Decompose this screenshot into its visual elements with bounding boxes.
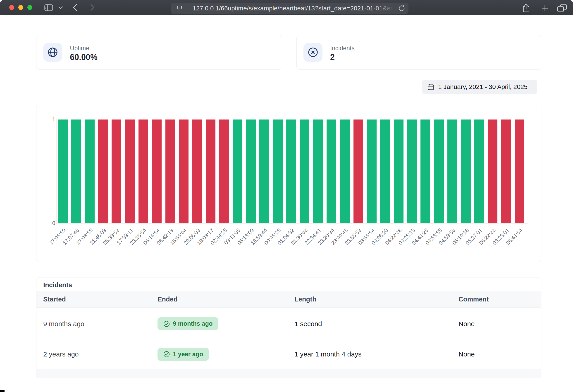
x-circle-icon	[307, 47, 318, 58]
status-bar-down[interactable]	[125, 120, 135, 223]
share-icon[interactable]	[522, 3, 530, 13]
status-bar-up[interactable]	[273, 120, 283, 223]
status-bar-down[interactable]	[219, 120, 229, 223]
address-bar[interactable]: 127.0.0.1/66uptime/s/example/heartbeat/1…	[171, 3, 409, 14]
globe-icon	[47, 47, 58, 58]
status-bar-up[interactable]	[340, 120, 350, 223]
status-bar-down[interactable]	[165, 120, 175, 223]
incidents-stat-card: Incidents 2	[296, 35, 541, 70]
uptime-label: Uptime	[70, 45, 90, 52]
status-bar-down[interactable]	[206, 120, 215, 223]
sidebar-toggle-icon[interactable]	[44, 4, 53, 11]
table-header-row: Started Ended Length Comment	[36, 291, 541, 308]
y-axis-tick-0: 0	[44, 220, 55, 226]
status-bar-up[interactable]	[461, 120, 471, 223]
status-bar-down[interactable]	[192, 120, 202, 223]
x-axis-line	[56, 223, 528, 224]
cell-ended: 1 year ago	[158, 348, 294, 361]
status-bar-down[interactable]	[515, 120, 524, 223]
column-header-length: Length	[294, 296, 459, 303]
ended-badge-text: 9 months ago	[173, 320, 213, 327]
ended-badge-text: 1 year ago	[173, 351, 203, 358]
incidents-table-card: Incidents Started Ended Length Comment 9…	[36, 277, 541, 378]
status-bar-down[interactable]	[112, 120, 121, 223]
uptime-icon-container	[43, 43, 62, 62]
status-bar-up[interactable]	[71, 120, 81, 223]
incidents-value: 2	[330, 53, 335, 62]
chevron-down-icon[interactable]	[58, 6, 63, 9]
status-bar-up[interactable]	[58, 120, 68, 223]
status-bar-down[interactable]	[139, 120, 148, 223]
status-bar-up[interactable]	[367, 120, 376, 223]
cell-started: 2 years ago	[43, 350, 158, 358]
status-bar-up[interactable]	[286, 120, 296, 223]
y-axis-tick-1: 1	[44, 116, 55, 123]
status-bar-down[interactable]	[501, 120, 511, 223]
status-bar-up[interactable]	[407, 120, 417, 223]
back-button[interactable]	[72, 4, 78, 11]
url-text[interactable]: 127.0.0.1/66uptime/s/example/heartbeat/1…	[193, 3, 392, 14]
column-header-comment: Comment	[459, 296, 541, 303]
toolbar-divider	[56, 4, 56, 11]
minimize-window-button[interactable]	[18, 5, 23, 10]
status-bar-down[interactable]	[152, 120, 161, 223]
date-range-text: 1 January, 2021 - 30 April, 2025	[438, 83, 528, 90]
url-fade	[374, 3, 394, 14]
date-range-picker[interactable]: 1 January, 2021 - 30 April, 2025	[422, 80, 537, 94]
cell-length: 1 second	[294, 320, 459, 328]
check-circle-icon	[163, 321, 170, 327]
heartbeat-chart-card: 1 0 17:05:5917:07:4617:08:5511:46:0905:3…	[36, 105, 541, 262]
status-bar-up[interactable]	[313, 120, 323, 223]
status-bar-up[interactable]	[420, 120, 430, 223]
table-footer-strip	[36, 369, 541, 378]
cell-ended: 9 months ago	[158, 317, 294, 330]
close-window-button[interactable]	[9, 5, 14, 10]
incident-table-row: 2 years ago1 year ago1 year 1 month 4 da…	[36, 340, 541, 368]
calendar-icon	[428, 84, 434, 90]
status-bar-up[interactable]	[246, 120, 256, 223]
cell-length: 1 year 1 month 4 days	[294, 350, 459, 358]
status-bar-up[interactable]	[259, 120, 269, 223]
status-bar-up[interactable]	[300, 120, 309, 223]
status-bar-up[interactable]	[394, 120, 404, 223]
uptime-stat-card: Uptime 60.00%	[36, 35, 282, 70]
y-axis-line	[56, 119, 56, 224]
status-bar-up[interactable]	[326, 120, 336, 223]
status-bar-down[interactable]	[488, 120, 497, 223]
ended-badge: 9 months ago	[158, 317, 218, 330]
uptime-value: 60.00%	[70, 53, 98, 62]
cell-started: 9 months ago	[43, 320, 158, 328]
incident-table-row: 9 months ago9 months ago1 secondNone	[36, 308, 541, 340]
column-header-started: Started	[43, 296, 158, 303]
incidents-table-title: Incidents	[43, 281, 72, 289]
incidents-icon-container	[304, 43, 322, 62]
status-bar-up[interactable]	[434, 120, 444, 223]
cell-comment: None	[459, 350, 541, 358]
status-bar-up[interactable]	[85, 120, 95, 223]
page-settings-icon[interactable]	[176, 5, 183, 12]
status-bar-down[interactable]	[179, 120, 189, 223]
ended-badge: 1 year ago	[158, 348, 209, 361]
new-tab-icon[interactable]	[541, 4, 549, 12]
status-bar-up[interactable]	[233, 120, 242, 223]
forward-button[interactable]	[90, 4, 95, 11]
tab-overview-icon[interactable]	[557, 4, 567, 13]
status-bar-up[interactable]	[474, 120, 484, 223]
screen-artifact	[0, 390, 4, 392]
cell-comment: None	[459, 320, 541, 328]
column-header-ended: Ended	[158, 296, 294, 303]
fullscreen-window-button[interactable]	[27, 5, 32, 10]
status-bar-up[interactable]	[380, 120, 390, 223]
status-bar-down[interactable]	[98, 120, 108, 223]
browser-toolbar: 127.0.0.1/66uptime/s/example/heartbeat/1…	[0, 0, 573, 15]
status-bar-up[interactable]	[448, 120, 457, 223]
reload-icon[interactable]	[398, 5, 405, 12]
table-body: 9 months ago9 months ago1 secondNone2 ye…	[36, 308, 541, 368]
check-circle-icon	[163, 351, 170, 357]
incidents-label: Incidents	[330, 45, 355, 52]
status-bar-down[interactable]	[354, 120, 363, 223]
